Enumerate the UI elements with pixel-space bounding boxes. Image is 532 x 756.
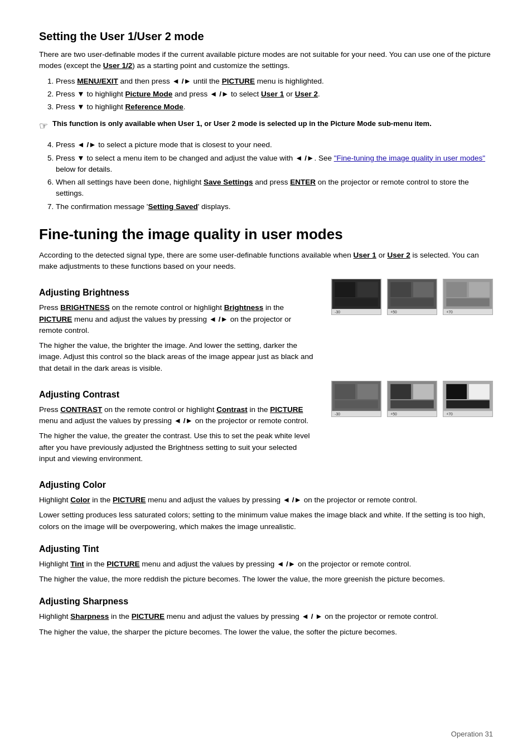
brightness-title: Adjusting Brightness [39,286,315,299]
note-text: This function is only available when Use… [52,118,432,129]
contrast-para1: Press CONTRAST on the remote control or … [39,404,315,427]
svg-rect-21 [335,400,378,409]
contrast-text: Adjusting Contrast Press CONTRAST on the… [39,378,315,468]
tint-para1: Highlight Tint in the PICTURE menu and a… [39,559,493,570]
svg-text:+50: +50 [390,310,397,314]
tint-section: Adjusting Tint Highlight Tint in the PIC… [39,542,493,585]
setting-intro: There are two user-definable modes if th… [39,49,493,72]
brightness-img-row: -30 +50 [331,279,493,315]
svg-text:-30: -30 [335,412,340,416]
contrast-img-1: -30 [331,381,381,417]
note-icon: ☞ [39,119,48,134]
brightness-para1: Press BRIGHTNESS on the remote control o… [39,302,315,336]
contrast-img-2: +50 [387,381,437,417]
svg-rect-13 [446,282,467,297]
step-3: Press ▼ to highlight Reference Mode. [56,101,493,113]
contrast-img-3: +70 [443,381,493,417]
setting-steps-1: Press MENU/EXIT and then press ◄ /► unti… [56,76,493,113]
svg-rect-2 [357,282,378,297]
brightness-text: Adjusting Brightness Press BRIGHTNESS on… [39,276,315,378]
color-para1: Highlight Color in the PICTURE menu and … [39,495,493,506]
brightness-para2: The higher the value, the brighter the i… [39,340,315,374]
svg-rect-3 [335,298,378,307]
contrast-section: Adjusting Contrast Press CONTRAST on the… [39,378,493,468]
svg-rect-14 [469,282,490,297]
brightness-img-1: -30 [331,279,381,315]
svg-rect-33 [446,400,490,409]
note-box: ☞ This function is only available when U… [39,118,493,134]
svg-text:-30: -30 [335,310,340,314]
tint-title: Adjusting Tint [39,542,493,556]
svg-rect-8 [413,282,434,297]
setting-steps-2: Press ◄ /► to select a picture mode that… [56,139,493,212]
fine-tuning-title: Fine-tuning the image quality in user mo… [39,224,493,245]
fine-tuning-intro: According to the detected signal type, t… [39,250,493,273]
step-6: When all settings have been done, highli… [56,177,493,200]
sharpness-para2: The higher the value, the sharper the pi… [39,627,493,638]
color-para2: Lower setting produces less saturated co… [39,510,493,532]
contrast-para2: The higher the value, the greater the co… [39,430,315,464]
step-7: The confirmation message 'Setting Saved'… [56,201,493,212]
contrast-title: Adjusting Contrast [39,388,315,401]
sharpness-para1: Highlight Sharpness in the PICTURE menu … [39,611,493,622]
svg-rect-20 [357,384,378,399]
color-title: Adjusting Color [39,478,493,492]
setting-section: Setting the User 1/User 2 mode There are… [39,28,493,212]
brightness-section: Adjusting Brightness Press BRIGHTNESS on… [39,276,493,378]
color-section: Adjusting Color Highlight Color in the P… [39,478,493,532]
fine-tuning-link[interactable]: "Fine-tuning the image quality in user m… [334,154,485,162]
svg-rect-7 [390,282,411,297]
svg-text:+50: +50 [390,412,397,416]
svg-rect-25 [390,384,411,399]
page-footer: Operation 31 [451,729,493,740]
svg-text:+70: +70 [446,412,453,416]
svg-rect-32 [469,384,490,399]
svg-rect-31 [446,384,467,399]
step-4: Press ◄ /► to select a picture mode that… [56,139,493,151]
contrast-img-row: -30 +50 [331,381,493,417]
sharpness-section: Adjusting Sharpness Highlight Sharpness … [39,595,493,638]
user-12-bold: User 1/2 [103,61,133,70]
step-1: Press MENU/EXIT and then press ◄ /► unti… [56,76,493,87]
svg-rect-19 [335,384,355,399]
step-5: Press ▼ to select a menu item to be chan… [56,153,493,176]
sharpness-title: Adjusting Sharpness [39,595,493,608]
step-2: Press ▼ to highlight Picture Mode and pr… [56,89,493,100]
contrast-images: -30 +50 [326,378,493,417]
svg-rect-15 [446,298,490,307]
brightness-img-3: +70 [443,279,493,315]
brightness-img-2: +50 [387,279,437,315]
tint-para2: The higher the value, the more reddish t… [39,574,493,585]
svg-rect-26 [413,384,434,399]
svg-rect-27 [390,400,434,409]
svg-rect-9 [390,298,434,307]
svg-rect-1 [335,282,355,297]
brightness-images: -30 +50 [326,276,493,315]
fine-tuning-section: Fine-tuning the image quality in user mo… [39,224,493,638]
svg-text:+70: +70 [446,310,453,314]
setting-title: Setting the User 1/User 2 mode [39,28,493,45]
